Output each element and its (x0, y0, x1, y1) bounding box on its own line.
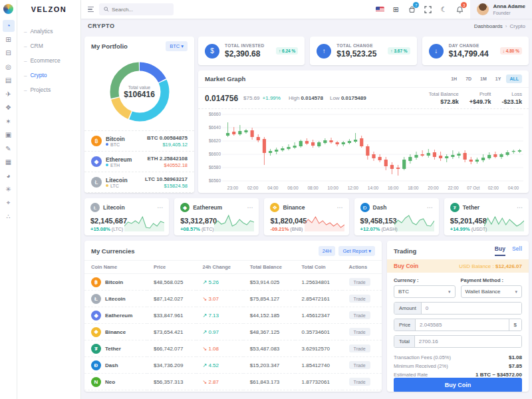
cell-total-balance: $44,152.185 (243, 307, 295, 324)
sidebar-item-ecommerce[interactable]: –Ecommerce (17, 53, 80, 68)
trade-button[interactable]: Trade (349, 295, 370, 303)
cell-total-balance: $54,843.173 (243, 390, 295, 392)
payment-method-select[interactable]: Wallet Balance▾ (461, 285, 523, 298)
chevron-down-icon: ▾ (448, 289, 451, 295)
price-currency-suffix: $ (509, 319, 521, 331)
portfolio-coin-row[interactable]: ◆ Ethereum ETH ETH 2.25842108 $40552.18 (84, 151, 194, 172)
multilevel-icon[interactable]: ∴ (3, 211, 15, 223)
trade-button[interactable]: Trade (349, 344, 370, 352)
cell-total-balance: $48,367.125 (243, 324, 295, 340)
pages-icon[interactable]: ▤ (3, 74, 15, 86)
trade-button[interactable]: Trade (349, 361, 370, 369)
portfolio-currency-dropdown[interactable]: BTC ▾ (166, 41, 188, 51)
total-group: Total (394, 335, 522, 348)
svg-text:07 Oct: 07 Oct (467, 186, 479, 190)
trade-button[interactable]: Trade (349, 378, 370, 386)
range-tab-1y[interactable]: 1Y (492, 74, 505, 83)
portfolio-coin-row[interactable]: ฿ Bitcoin BTC BTC 0.00584875 $19,405.12 (84, 130, 194, 151)
portfolio-coin-row[interactable]: Ł Litecoin LTC LTC 10.58963217 $15824.58 (84, 172, 194, 192)
cart-badge: 7 (413, 2, 419, 8)
amount-label: Amount (394, 303, 422, 314)
forms-icon[interactable]: ✎ (3, 142, 15, 154)
sidebar-item-crypto[interactable]: –Crypto (17, 68, 80, 82)
candlestick-chart: $6660$6640$6620$6600$6580$656023:0002:00… (198, 109, 529, 193)
trading-tab-sell[interactable]: Sell (512, 245, 522, 256)
search-input[interactable] (112, 7, 165, 13)
sidebar-item-crm[interactable]: –CRM (17, 39, 80, 53)
svg-text:02:00: 02:00 (247, 186, 259, 190)
coin-card-pair: (LTC) (112, 227, 123, 231)
range-tab-1m[interactable]: 1M (477, 74, 490, 83)
cart-icon[interactable]: 7 (404, 2, 419, 17)
stat-card: ↑ TOTAL CHANGE $19,523.25 ↑ 3.67 % (310, 37, 416, 65)
icons-icon[interactable]: ✳ (3, 184, 15, 196)
svg-text:06:00: 06:00 (287, 186, 299, 190)
cell-total-balance: $53,487.083 (243, 340, 295, 357)
notifications-badge: 3 (461, 2, 467, 8)
charts-icon[interactable]: ◕ (3, 170, 15, 182)
stat-label: TOTAL CHANGE (336, 43, 376, 48)
get-report-button[interactable]: Get Report ▾ (338, 246, 375, 256)
currencies-table: Coin NamePrice24h ChangeTotal BalanceTot… (84, 260, 382, 392)
trade-button[interactable]: Trade (349, 278, 370, 286)
language-flag-icon[interactable] (372, 2, 387, 17)
coin-value: $40552.18 (148, 162, 188, 168)
cell-total-balance: $53,914.025 (243, 274, 295, 291)
hamburger-icon[interactable] (88, 7, 94, 12)
trade-button[interactable]: Trade (349, 328, 370, 336)
dark-mode-icon[interactable]: ☾ (436, 2, 451, 17)
coin-amount: LTC 10.58963217 (145, 176, 188, 182)
tether-icon: ₮ (450, 203, 460, 212)
trading-tab-buy[interactable]: Buy (495, 245, 505, 256)
price-input[interactable] (416, 319, 508, 331)
tables-icon[interactable]: ▦ (3, 156, 15, 168)
breadcrumb-link[interactable]: Dashboards (474, 23, 503, 29)
cell-24h-change: ↗ 5.26 (196, 274, 243, 291)
coin-card-binance: ❖ Binance ⋯ $1,820,045 -09.21%(BNB) (264, 198, 348, 235)
user-avatar (477, 3, 489, 15)
range-tab-1h[interactable]: 1H (448, 74, 460, 83)
layouts-icon[interactable]: ⊟ (3, 47, 15, 59)
column-header: Actions (342, 261, 382, 274)
stat-value: $19,523.25 (336, 49, 376, 59)
sidebar-item-projects[interactable]: –Projects (17, 82, 80, 97)
apps-icon[interactable]: ⊞ (3, 33, 15, 45)
range-tab-7d[interactable]: 7D (462, 74, 475, 83)
widgets-icon[interactable]: ▣ (3, 129, 15, 141)
apps-grid-icon[interactable]: ⊞ (388, 2, 403, 17)
currency-select[interactable]: BTC▾ (394, 285, 456, 298)
user-menu[interactable]: Anna Adame Founder (470, 0, 532, 19)
binance-icon: ❖ (91, 327, 101, 337)
usd-balance: USD Balance : $12,426.07 (459, 263, 522, 269)
cell-coin-name: Tether (105, 346, 121, 352)
brand-logo[interactable]: VELZON (17, 0, 80, 19)
cell-24h-change: ↗ 3.45 (196, 390, 243, 392)
more-options-icon[interactable]: ⋯ (517, 204, 523, 211)
range-24h-button[interactable]: 24H (319, 246, 336, 256)
logo-mini-icon[interactable] (3, 4, 13, 14)
base-ui-icon[interactable]: ❖ (3, 102, 15, 114)
fullscreen-icon[interactable] (420, 2, 435, 17)
more-options-icon[interactable]: ⋯ (427, 204, 433, 211)
total-input[interactable] (415, 336, 521, 347)
more-options-icon[interactable]: ⋯ (157, 204, 163, 211)
portfolio-coin-row[interactable]: Đ Dash DASH DASH 204.28565885 $30635.84 (84, 192, 194, 193)
stat-change-badge: ↑ 6.24 % (276, 47, 298, 55)
landing-icon[interactable]: ✈ (3, 88, 15, 100)
maps-icon[interactable]: ⌖ (3, 197, 15, 209)
more-options-icon[interactable]: ⋯ (337, 204, 343, 211)
stat-card: ↓ DAY CHANGE $14,799.44 ↓ 4.80 % (422, 37, 529, 65)
more-options-icon[interactable]: ⋯ (247, 204, 253, 211)
authentication-icon[interactable]: ◎ (3, 61, 15, 72)
sidebar-item-analytics[interactable]: –Analytics (17, 24, 80, 39)
range-tab-all[interactable]: ALL (506, 74, 522, 83)
dashboards-icon[interactable]: ◔ (3, 20, 15, 32)
svg-text:$6640: $6640 (209, 125, 221, 130)
trade-button[interactable]: Trade (349, 311, 370, 319)
advance-ui-icon[interactable]: ✶ (3, 115, 15, 127)
amount-input[interactable] (422, 303, 521, 314)
svg-text:08:00: 08:00 (307, 186, 319, 190)
buy-coin-button[interactable]: Buy Coin (394, 378, 522, 392)
cell-coin-name: Neo (105, 379, 115, 385)
notifications-bell-icon[interactable]: 3 (452, 2, 467, 17)
